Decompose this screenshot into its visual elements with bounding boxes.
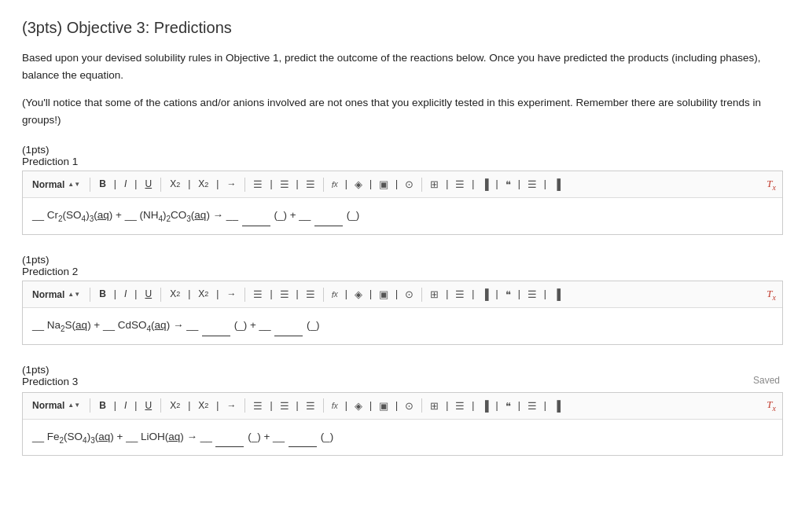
subscript-btn-1[interactable]: X2 — [167, 177, 182, 192]
italic-btn-3[interactable]: I — [122, 398, 129, 413]
quote-btn-3[interactable]: ❝ — [504, 399, 513, 413]
style-select-1[interactable]: Normal ▲▼ — [29, 178, 83, 192]
align-justify-1[interactable]: ☰ — [304, 178, 317, 191]
sep-bar-1g: | — [343, 177, 350, 192]
saved-label: Saved — [22, 375, 783, 386]
clear-btn-3[interactable]: Tx — [766, 398, 776, 413]
media-btn-3[interactable]: ▐ — [552, 399, 562, 413]
quote-btn-2[interactable]: ❝ — [504, 288, 513, 301]
sep-bar-2d: | — [214, 287, 221, 302]
sep-bar-1j: | — [443, 177, 450, 192]
list-btn-2[interactable]: ☰ — [454, 288, 466, 301]
sep-bar-3e: | — [267, 398, 274, 413]
clear-btn-1[interactable]: Tx — [766, 178, 776, 192]
indent-btn-2[interactable]: ▐ — [480, 288, 490, 301]
sep-bar-1d: | — [214, 177, 221, 192]
sep-1d — [323, 178, 324, 192]
sep-2e — [421, 288, 422, 302]
link-btn-2[interactable]: ⊙ — [403, 288, 415, 301]
link-btn-1[interactable]: ⊙ — [403, 178, 415, 191]
superscript-btn-2[interactable]: X2 — [196, 287, 211, 302]
sep-bar-3i: | — [393, 398, 400, 413]
clear-btn-2[interactable]: Tx — [766, 288, 776, 302]
quote-btn-1[interactable]: ❝ — [504, 178, 513, 191]
sep-bar-3c: | — [186, 398, 193, 413]
fx-btn-1[interactable]: fx — [330, 179, 340, 190]
underline-btn-3[interactable]: U — [142, 398, 154, 413]
media-btn-1[interactable]: ▐ — [552, 178, 562, 191]
sep-2a — [90, 288, 90, 302]
underline-btn-1[interactable]: U — [142, 177, 154, 192]
underline-btn-2[interactable]: U — [142, 287, 154, 302]
table-btn-2[interactable]: ⊞ — [428, 288, 440, 301]
table-btn-3[interactable]: ⊞ — [428, 399, 440, 413]
align-center-2[interactable]: ☰ — [278, 288, 291, 301]
align-justify-3[interactable]: ☰ — [304, 399, 317, 413]
align-left-2[interactable]: ☰ — [252, 288, 264, 301]
bold-btn-3[interactable]: B — [97, 398, 108, 413]
editor-content-2[interactable]: __ Na2S(aq) + __ CdSO4(aq) → __ (_) + __… — [23, 308, 782, 344]
sep-bar-3b: | — [132, 398, 139, 413]
sep-bar-1k: | — [469, 177, 476, 192]
list-btn-1[interactable]: ☰ — [454, 178, 466, 191]
sep-bar-1c: | — [186, 177, 193, 192]
sep-3e — [421, 398, 422, 413]
italic-btn-1[interactable]: I — [122, 177, 129, 192]
list2-btn-3[interactable]: ☰ — [526, 399, 539, 413]
fx-btn-2[interactable]: fx — [330, 289, 340, 300]
list-btn-3[interactable]: ☰ — [454, 399, 466, 413]
dollar-btn-3[interactable]: ◈ — [353, 399, 364, 413]
superscript-btn-3[interactable]: X2 — [196, 398, 211, 413]
arrow-btn-2[interactable]: → — [224, 287, 238, 302]
sep-1e — [421, 178, 422, 192]
superscript-btn-1[interactable]: X2 — [196, 177, 211, 192]
image-btn-1[interactable]: ▣ — [377, 178, 390, 191]
bold-btn-1[interactable]: B — [97, 177, 108, 192]
toolbar-3: Normal ▲▼ B | I | U X2 | X2 | → ☰ | ☰ | … — [23, 393, 782, 420]
italic-btn-2[interactable]: I — [122, 287, 129, 302]
align-center-3[interactable]: ☰ — [278, 399, 291, 413]
align-justify-2[interactable]: ☰ — [304, 288, 317, 301]
dollar-btn-1[interactable]: ◈ — [353, 178, 364, 191]
align-left-3[interactable]: ☰ — [252, 399, 264, 413]
style-select-2[interactable]: Normal ▲▼ — [29, 288, 83, 302]
editor-block-3: Normal ▲▼ B | I | U X2 | X2 | → ☰ | ☰ | … — [22, 392, 783, 457]
style-select-3[interactable]: Normal ▲▼ — [29, 398, 83, 413]
sep-bar-1b: | — [132, 177, 139, 192]
sep-bar-3h: | — [367, 398, 374, 413]
editor-content-3[interactable]: __ Fe2(SO4)3(aq) + __ LiOH(aq) → __ (_) … — [23, 420, 782, 456]
align-left-1[interactable]: ☰ — [252, 178, 264, 191]
list2-btn-2[interactable]: ☰ — [526, 288, 539, 301]
dollar-btn-2[interactable]: ◈ — [353, 288, 364, 301]
sep-bar-1a: | — [112, 177, 119, 192]
link-btn-3[interactable]: ⊙ — [403, 399, 415, 413]
sep-bar-2j: | — [443, 287, 450, 302]
image-btn-3[interactable]: ▣ — [377, 399, 390, 413]
sep-bar-2c: | — [186, 287, 193, 302]
sep-bar-3f: | — [294, 398, 301, 413]
sep-bar-3g: | — [343, 398, 350, 413]
sep-bar-2n: | — [542, 287, 549, 302]
editor-content-1[interactable]: __ Cr2(SO4)3(aq) + __ (NH4)2CO3(aq) → __… — [23, 198, 782, 234]
subscript-btn-3[interactable]: X2 — [167, 398, 182, 413]
subscript-btn-2[interactable]: X2 — [167, 287, 182, 302]
fx-btn-3[interactable]: fx — [330, 400, 340, 411]
indent-btn-1[interactable]: ▐ — [480, 178, 490, 191]
style-select-label-1: Normal — [32, 179, 64, 190]
indent-btn-3[interactable]: ▐ — [480, 399, 490, 413]
list2-btn-1[interactable]: ☰ — [526, 178, 539, 191]
bold-btn-2[interactable]: B — [97, 287, 108, 302]
toolbar-1: Normal ▲▼ B | I | U X2 | X2 | → ☰ | ☰ | … — [23, 171, 782, 198]
sep-bar-3l: | — [494, 398, 501, 413]
arrow-btn-1[interactable]: → — [224, 177, 238, 192]
align-center-1[interactable]: ☰ — [278, 178, 291, 191]
image-btn-2[interactable]: ▣ — [377, 288, 390, 301]
sep-bar-2k: | — [469, 287, 476, 302]
sep-bar-1f: | — [294, 177, 301, 192]
arrow-btn-3[interactable]: → — [224, 398, 238, 413]
media-btn-2[interactable]: ▐ — [552, 288, 562, 301]
style-arrows-3: ▲▼ — [68, 402, 80, 409]
table-btn-1[interactable]: ⊞ — [428, 178, 440, 191]
sep-bar-1l: | — [494, 177, 501, 192]
notice-text: (You'll notice that some of the cations … — [22, 94, 783, 128]
